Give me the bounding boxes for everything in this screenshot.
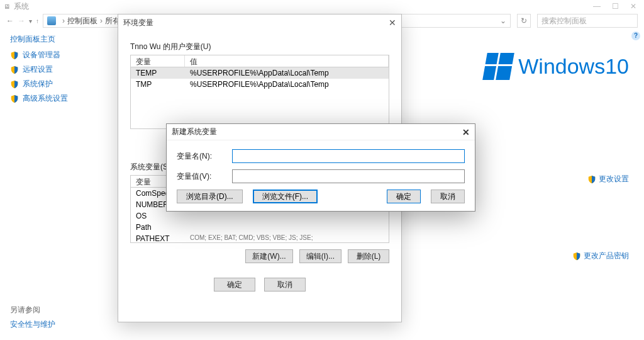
sidebar-item-label: 设备管理器: [23, 50, 60, 60]
sidebar-item-label: 远程设置: [23, 64, 53, 75]
change-settings-link[interactable]: 更改设置: [587, 174, 629, 184]
parent-titlebar: 🖥 系统 — ☐ ✕: [0, 0, 644, 13]
browse-dir-button[interactable]: 浏览目录(D)...: [177, 190, 243, 203]
var-name-label: 变量名(N):: [177, 151, 230, 162]
shield-icon: [587, 175, 596, 184]
sys-delete-button[interactable]: 删除(L): [348, 249, 389, 263]
newvar-ok-button[interactable]: 确定: [387, 190, 421, 203]
sidebar: 控制面板主页 设备管理器 远程设置 系统保护 高级系统设置: [0, 29, 119, 340]
dialog-titlebar[interactable]: 环境变量 ✕: [118, 14, 401, 31]
sidebar-item-remote[interactable]: 远程设置: [10, 64, 109, 75]
user-vars-header: 变量 值: [130, 55, 389, 67]
list-item[interactable]: PATHEXTCOM; EXE; BAT; CMD; VBS; VBE; JS;…: [131, 233, 389, 243]
window-controls: — ☐ ✕: [593, 2, 640, 11]
windows10-text: Windows10: [518, 54, 629, 79]
forward-button[interactable]: →: [18, 16, 25, 25]
dialog-title: 环境变量: [123, 18, 153, 28]
envvars-cancel-button[interactable]: 取消: [264, 278, 306, 292]
maximize-button[interactable]: ☐: [612, 2, 619, 11]
dialog-title: 新建系统变量: [172, 127, 217, 137]
close-button[interactable]: ✕: [630, 2, 636, 11]
sidebar-item-advanced[interactable]: 高级系统设置: [10, 93, 109, 104]
list-item[interactable]: Path: [131, 222, 389, 233]
back-button[interactable]: ←: [6, 16, 14, 25]
var-value-label: 变量值(V):: [177, 171, 230, 182]
envvars-ok-button[interactable]: 确定: [214, 278, 255, 292]
user-vars-list[interactable]: TEMP %USERPROFILE%\AppData\Local\Temp TM…: [130, 67, 389, 129]
change-settings-row: 更改设置: [587, 174, 629, 184]
dialog-close-button[interactable]: ✕: [462, 127, 470, 137]
shield-icon: [10, 80, 19, 89]
see-also: 另请参阅 安全性与维护: [10, 301, 55, 334]
change-key-row: 更改产品密钥: [572, 251, 629, 261]
var-value-input[interactable]: [232, 169, 465, 183]
crumb-0[interactable]: 控制面板: [67, 16, 97, 26]
windows10-badge: Windows10: [485, 53, 629, 80]
col-val[interactable]: 值: [185, 55, 389, 67]
sys-edit-button[interactable]: 编辑(I)...: [299, 249, 341, 263]
refresh-button[interactable]: ↻: [517, 14, 531, 28]
list-item[interactable]: TMP %USERPROFILE%\AppData\Local\Temp: [131, 79, 389, 90]
sidebar-item-device-manager[interactable]: 设备管理器: [10, 50, 109, 60]
sidebar-item-label: 系统保护: [23, 79, 53, 89]
computer-icon: [47, 16, 56, 25]
list-item[interactable]: TEMP %USERPROFILE%\AppData\Local\Temp: [131, 67, 389, 79]
control-panel-home-link[interactable]: 控制面板主页: [10, 34, 109, 45]
up-button[interactable]: ▾: [29, 18, 32, 25]
dialog-titlebar[interactable]: 新建系统变量 ✕: [167, 124, 475, 140]
app-icon: 🖥: [4, 3, 10, 10]
window-title: 系统: [14, 1, 29, 12]
sys-new-button[interactable]: 新建(W)...: [245, 249, 292, 263]
up-dir-button[interactable]: ↑: [36, 18, 39, 25]
change-key-link[interactable]: 更改产品密钥: [572, 251, 629, 261]
windows-logo-icon: [482, 53, 514, 80]
sidebar-item-protection[interactable]: 系统保护: [10, 79, 109, 89]
user-vars-legend: Tnno Wu 的用户变量(U): [130, 42, 389, 52]
shield-icon: [10, 94, 19, 103]
new-sysvar-dialog: 新建系统变量 ✕ 变量名(N): 变量值(V): 浏览目录(D)... 浏览文件…: [166, 123, 475, 212]
dialog-close-button[interactable]: ✕: [389, 18, 396, 28]
browse-file-button[interactable]: 浏览文件(F)...: [253, 190, 318, 203]
newvar-cancel-button[interactable]: 取消: [431, 190, 465, 203]
search-input[interactable]: 搜索控制面板: [537, 14, 638, 28]
col-var[interactable]: 变量: [131, 55, 185, 67]
shield-icon: [10, 51, 19, 60]
shield-icon: [572, 252, 581, 261]
list-item[interactable]: OS: [131, 210, 389, 222]
security-link[interactable]: 安全性与维护: [10, 319, 55, 330]
sidebar-item-label: 高级系统设置: [23, 93, 68, 104]
see-also-label: 另请参阅: [10, 305, 55, 315]
minimize-button[interactable]: —: [593, 2, 601, 11]
var-name-input[interactable]: [232, 149, 465, 163]
shield-icon: [10, 65, 19, 74]
